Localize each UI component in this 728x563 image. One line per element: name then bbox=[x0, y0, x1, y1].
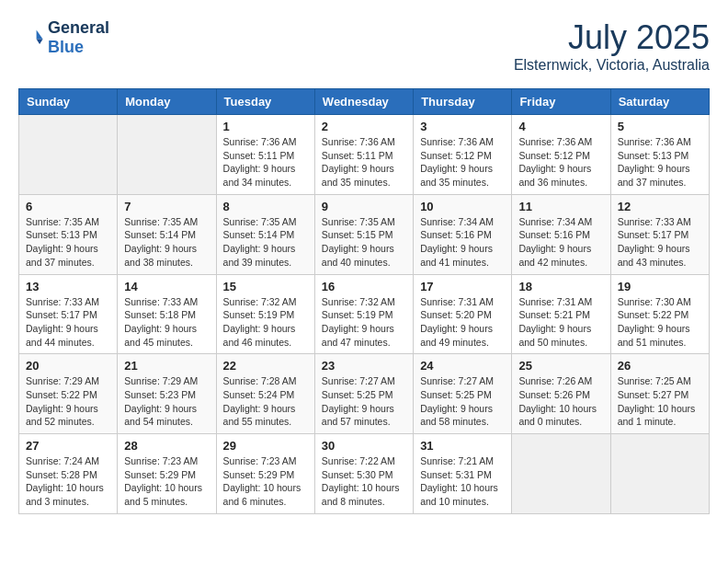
calendar-cell: 28Sunrise: 7:23 AMSunset: 5:29 PMDayligh… bbox=[118, 434, 216, 514]
title-block: July 2025 Elsternwick, Victoria, Austral… bbox=[514, 18, 710, 74]
calendar-cell: 18Sunrise: 7:31 AMSunset: 5:21 PMDayligh… bbox=[512, 274, 610, 354]
calendar-cell: 11Sunrise: 7:34 AMSunset: 5:16 PMDayligh… bbox=[512, 194, 610, 274]
day-number: 4 bbox=[518, 120, 603, 133]
calendar-cell: 23Sunrise: 7:27 AMSunset: 5:25 PMDayligh… bbox=[314, 354, 413, 434]
day-info: Sunrise: 7:35 AMSunset: 5:15 PMDaylight:… bbox=[322, 215, 406, 270]
day-number: 21 bbox=[124, 359, 209, 373]
day-number: 27 bbox=[26, 439, 110, 453]
calendar-header-row: SundayMondayTuesdayWednesdayThursdayFrid… bbox=[19, 89, 710, 115]
calendar-cell: 1Sunrise: 7:36 AMSunset: 5:11 PMDaylight… bbox=[216, 115, 314, 195]
logo-icon bbox=[18, 25, 44, 51]
calendar-table: SundayMondayTuesdayWednesdayThursdayFrid… bbox=[18, 88, 710, 514]
day-info: Sunrise: 7:22 AMSunset: 5:30 PMDaylight:… bbox=[322, 454, 406, 509]
day-number: 24 bbox=[420, 359, 505, 373]
calendar-cell: 9Sunrise: 7:35 AMSunset: 5:15 PMDaylight… bbox=[314, 194, 413, 274]
day-info: Sunrise: 7:36 AMSunset: 5:11 PMDaylight:… bbox=[223, 135, 308, 190]
day-info: Sunrise: 7:21 AMSunset: 5:31 PMDaylight:… bbox=[420, 454, 505, 509]
day-info: Sunrise: 7:34 AMSunset: 5:16 PMDaylight:… bbox=[518, 215, 603, 270]
day-number: 7 bbox=[124, 200, 209, 213]
calendar-cell: 6Sunrise: 7:35 AMSunset: 5:13 PMDaylight… bbox=[19, 194, 118, 274]
calendar-cell: 14Sunrise: 7:33 AMSunset: 5:18 PMDayligh… bbox=[118, 274, 216, 354]
day-info: Sunrise: 7:32 AMSunset: 5:19 PMDaylight:… bbox=[322, 295, 406, 350]
calendar-cell: 12Sunrise: 7:33 AMSunset: 5:17 PMDayligh… bbox=[610, 194, 709, 274]
logo: General Blue bbox=[18, 18, 109, 57]
location: Elsternwick, Victoria, Australia bbox=[514, 57, 710, 74]
day-number: 23 bbox=[322, 359, 406, 373]
day-number: 11 bbox=[518, 200, 603, 213]
day-header-tuesday: Tuesday bbox=[216, 89, 314, 115]
day-info: Sunrise: 7:36 AMSunset: 5:11 PMDaylight:… bbox=[322, 135, 406, 190]
day-number: 19 bbox=[618, 280, 702, 293]
day-info: Sunrise: 7:35 AMSunset: 5:14 PMDaylight:… bbox=[223, 215, 308, 270]
day-number: 17 bbox=[420, 280, 505, 293]
day-info: Sunrise: 7:29 AMSunset: 5:23 PMDaylight:… bbox=[124, 374, 209, 429]
day-info: Sunrise: 7:26 AMSunset: 5:26 PMDaylight:… bbox=[518, 374, 603, 429]
day-number: 3 bbox=[420, 120, 505, 133]
day-info: Sunrise: 7:36 AMSunset: 5:12 PMDaylight:… bbox=[420, 135, 505, 190]
day-number: 26 bbox=[618, 359, 702, 373]
day-number: 9 bbox=[322, 200, 406, 213]
calendar-cell bbox=[610, 434, 709, 514]
svg-marker-0 bbox=[37, 30, 43, 40]
calendar-cell: 22Sunrise: 7:28 AMSunset: 5:24 PMDayligh… bbox=[216, 354, 314, 434]
day-info: Sunrise: 7:30 AMSunset: 5:22 PMDaylight:… bbox=[618, 295, 702, 350]
page-header: General Blue July 2025 Elsternwick, Vict… bbox=[18, 18, 710, 74]
day-info: Sunrise: 7:35 AMSunset: 5:14 PMDaylight:… bbox=[124, 215, 209, 270]
calendar-cell: 16Sunrise: 7:32 AMSunset: 5:19 PMDayligh… bbox=[314, 274, 413, 354]
calendar-cell bbox=[118, 115, 216, 195]
calendar-cell: 29Sunrise: 7:23 AMSunset: 5:29 PMDayligh… bbox=[216, 434, 314, 514]
day-number: 10 bbox=[420, 200, 505, 213]
month-year: July 2025 bbox=[514, 18, 710, 57]
day-number: 5 bbox=[618, 120, 702, 133]
day-number: 25 bbox=[518, 359, 603, 373]
calendar-cell: 25Sunrise: 7:26 AMSunset: 5:26 PMDayligh… bbox=[512, 354, 610, 434]
calendar-cell: 24Sunrise: 7:27 AMSunset: 5:25 PMDayligh… bbox=[414, 354, 512, 434]
calendar-cell: 10Sunrise: 7:34 AMSunset: 5:16 PMDayligh… bbox=[414, 194, 512, 274]
day-info: Sunrise: 7:27 AMSunset: 5:25 PMDaylight:… bbox=[322, 374, 406, 429]
day-info: Sunrise: 7:27 AMSunset: 5:25 PMDaylight:… bbox=[420, 374, 505, 429]
calendar-cell: 3Sunrise: 7:36 AMSunset: 5:12 PMDaylight… bbox=[414, 115, 512, 195]
day-header-thursday: Thursday bbox=[414, 89, 512, 115]
day-info: Sunrise: 7:23 AMSunset: 5:29 PMDaylight:… bbox=[223, 454, 308, 509]
day-number: 30 bbox=[322, 439, 406, 453]
calendar-cell: 26Sunrise: 7:25 AMSunset: 5:27 PMDayligh… bbox=[610, 354, 709, 434]
day-info: Sunrise: 7:34 AMSunset: 5:16 PMDaylight:… bbox=[420, 215, 505, 270]
day-info: Sunrise: 7:31 AMSunset: 5:21 PMDaylight:… bbox=[518, 295, 603, 350]
day-info: Sunrise: 7:33 AMSunset: 5:18 PMDaylight:… bbox=[124, 295, 209, 350]
day-header-friday: Friday bbox=[512, 89, 610, 115]
day-info: Sunrise: 7:23 AMSunset: 5:29 PMDaylight:… bbox=[124, 454, 209, 509]
day-number: 1 bbox=[223, 120, 308, 133]
calendar-cell: 7Sunrise: 7:35 AMSunset: 5:14 PMDaylight… bbox=[118, 194, 216, 274]
day-number: 13 bbox=[26, 280, 110, 293]
calendar-cell: 30Sunrise: 7:22 AMSunset: 5:30 PMDayligh… bbox=[314, 434, 413, 514]
calendar-cell: 4Sunrise: 7:36 AMSunset: 5:12 PMDaylight… bbox=[512, 115, 610, 195]
calendar-week-2: 6Sunrise: 7:35 AMSunset: 5:13 PMDaylight… bbox=[19, 194, 710, 274]
day-info: Sunrise: 7:25 AMSunset: 5:27 PMDaylight:… bbox=[618, 374, 702, 429]
day-number: 20 bbox=[26, 359, 110, 373]
day-info: Sunrise: 7:36 AMSunset: 5:13 PMDaylight:… bbox=[618, 135, 702, 190]
day-number: 6 bbox=[26, 200, 110, 213]
day-info: Sunrise: 7:33 AMSunset: 5:17 PMDaylight:… bbox=[618, 215, 702, 270]
day-info: Sunrise: 7:24 AMSunset: 5:28 PMDaylight:… bbox=[26, 454, 110, 509]
day-number: 29 bbox=[223, 439, 308, 453]
svg-marker-1 bbox=[37, 39, 43, 44]
day-info: Sunrise: 7:33 AMSunset: 5:17 PMDaylight:… bbox=[26, 295, 110, 350]
calendar-cell: 31Sunrise: 7:21 AMSunset: 5:31 PMDayligh… bbox=[414, 434, 512, 514]
calendar-cell: 21Sunrise: 7:29 AMSunset: 5:23 PMDayligh… bbox=[118, 354, 216, 434]
day-header-saturday: Saturday bbox=[610, 89, 709, 115]
day-number: 28 bbox=[124, 439, 209, 453]
logo-text: General Blue bbox=[48, 18, 109, 57]
day-header-monday: Monday bbox=[118, 89, 216, 115]
day-number: 12 bbox=[618, 200, 702, 213]
calendar-week-1: 1Sunrise: 7:36 AMSunset: 5:11 PMDaylight… bbox=[19, 115, 710, 195]
day-number: 22 bbox=[223, 359, 308, 373]
day-number: 16 bbox=[322, 280, 406, 293]
calendar-cell bbox=[19, 115, 118, 195]
calendar-week-5: 27Sunrise: 7:24 AMSunset: 5:28 PMDayligh… bbox=[19, 434, 710, 514]
day-info: Sunrise: 7:28 AMSunset: 5:24 PMDaylight:… bbox=[223, 374, 308, 429]
day-number: 31 bbox=[420, 439, 505, 453]
calendar-cell: 8Sunrise: 7:35 AMSunset: 5:14 PMDaylight… bbox=[216, 194, 314, 274]
day-number: 2 bbox=[322, 120, 406, 133]
day-info: Sunrise: 7:36 AMSunset: 5:12 PMDaylight:… bbox=[518, 135, 603, 190]
day-number: 18 bbox=[518, 280, 603, 293]
